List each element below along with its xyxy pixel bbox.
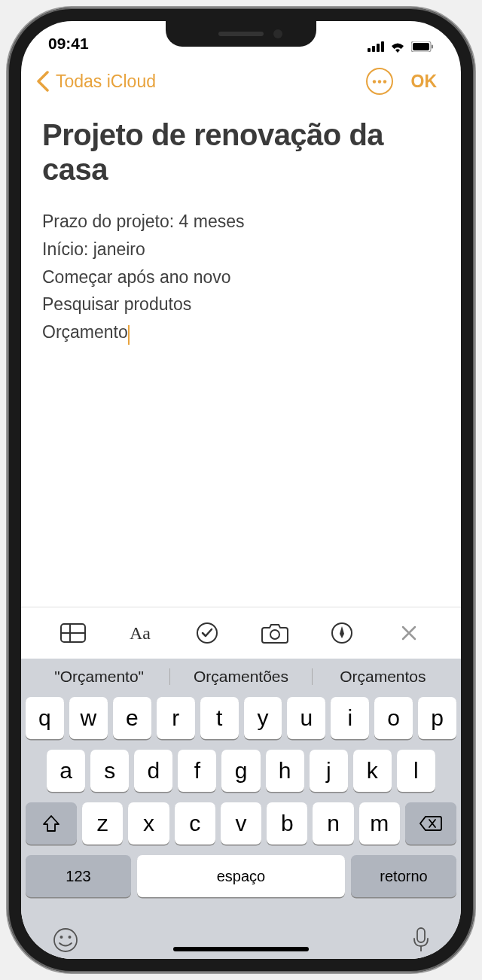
suggestion[interactable]: Orçamentões: [170, 665, 311, 689]
key-i[interactable]: i: [331, 697, 369, 739]
key-v[interactable]: v: [221, 802, 261, 845]
key-j[interactable]: j: [310, 750, 348, 792]
key-w[interactable]: w: [69, 697, 108, 739]
key-g[interactable]: g: [221, 750, 260, 792]
note-line[interactable]: Pesquisar produtos: [42, 291, 440, 318]
home-indicator[interactable]: [173, 947, 309, 951]
svg-point-9: [383, 80, 386, 83]
cellular-icon: [368, 41, 384, 52]
key-a[interactable]: a: [47, 750, 85, 792]
checklist-button[interactable]: [192, 618, 222, 648]
note-body[interactable]: Prazo do projeto: 4 meses Início: janeir…: [42, 208, 440, 346]
emoji-button[interactable]: [53, 927, 78, 953]
key-o[interactable]: o: [374, 697, 413, 739]
svg-rect-6: [432, 45, 433, 49]
key-l[interactable]: l: [397, 750, 435, 792]
pen-circle-icon: [331, 622, 353, 644]
speaker: [218, 32, 264, 36]
key-f[interactable]: f: [178, 750, 216, 792]
note-line[interactable]: Orçamento: [42, 318, 440, 346]
key-x[interactable]: x: [128, 802, 169, 845]
key-q[interactable]: q: [26, 697, 64, 739]
battery-icon: [411, 41, 434, 52]
key-m[interactable]: m: [359, 802, 400, 845]
svg-point-14: [270, 630, 279, 639]
shift-icon: [42, 814, 60, 832]
key-rows: q w e r t y u i o p a s d f g h: [21, 693, 461, 914]
suggestion-bar: "Orçamento" Orçamentões Orçamentos: [21, 659, 461, 693]
key-s[interactable]: s: [90, 750, 129, 792]
key-k[interactable]: k: [353, 750, 392, 792]
svg-point-16: [54, 929, 77, 951]
markup-button[interactable]: [327, 618, 357, 648]
space-key[interactable]: espaço: [137, 855, 345, 897]
table-button[interactable]: [58, 618, 88, 648]
note-title[interactable]: Projeto de renovação da casa: [42, 117, 440, 187]
key-n[interactable]: n: [313, 802, 353, 845]
return-key[interactable]: retorno: [351, 855, 456, 897]
camera-icon: [261, 622, 288, 644]
backspace-key[interactable]: [405, 802, 456, 845]
key-d[interactable]: d: [134, 750, 172, 792]
suggestion[interactable]: "Orçamento": [29, 665, 169, 689]
key-y[interactable]: y: [244, 697, 282, 739]
keyboard: Aa "Orçamento" Orçamentões Orçamentos q …: [21, 607, 461, 959]
more-button[interactable]: [366, 68, 393, 95]
note-line[interactable]: Início: janeiro: [42, 236, 440, 263]
svg-point-17: [60, 936, 63, 939]
keyboard-bottom-row: [21, 914, 461, 959]
svg-rect-5: [413, 43, 429, 50]
ellipsis-icon: [372, 80, 387, 84]
notch: [166, 21, 316, 47]
wifi-icon: [389, 41, 406, 53]
close-toolbar-button[interactable]: [394, 618, 424, 648]
suggestion[interactable]: Orçamentos: [313, 665, 453, 689]
note-line[interactable]: Prazo do projeto: 4 meses: [42, 208, 440, 236]
nav-bar: Todas iCloud OK: [21, 59, 461, 104]
note-content[interactable]: Projeto de renovação da casa Prazo do pr…: [21, 104, 461, 607]
key-row-4: 123 espaço retorno: [26, 855, 456, 897]
back-icon[interactable]: [36, 71, 50, 92]
key-e[interactable]: e: [113, 697, 151, 739]
text-format-button[interactable]: Aa: [125, 618, 155, 648]
camera-button[interactable]: [260, 618, 290, 648]
phone-frame: 09:41 Todas iCloud OK Projeto de renovaç…: [8, 8, 474, 972]
status-icons: [368, 35, 434, 59]
text-cursor: [128, 325, 130, 345]
numeric-key[interactable]: 123: [26, 855, 131, 897]
backspace-icon: [419, 815, 442, 832]
key-b[interactable]: b: [267, 802, 307, 845]
svg-point-18: [69, 936, 72, 939]
front-camera: [273, 29, 282, 38]
key-p[interactable]: p: [418, 697, 456, 739]
svg-rect-2: [377, 44, 380, 52]
svg-point-7: [372, 80, 375, 83]
checkmark-circle-icon: [196, 622, 218, 644]
key-u[interactable]: u: [287, 697, 325, 739]
status-time: 09:41: [48, 35, 89, 59]
key-c[interactable]: c: [175, 802, 215, 845]
emoji-icon: [53, 927, 78, 953]
key-row-2: a s d f g h j k l: [26, 750, 456, 792]
key-row-3: z x c v b n m: [26, 802, 456, 845]
svg-rect-19: [417, 928, 425, 942]
shift-key[interactable]: [26, 802, 77, 845]
close-icon: [401, 625, 417, 641]
key-h[interactable]: h: [266, 750, 304, 792]
note-line-text: Orçamento: [42, 322, 128, 342]
key-row-1: q w e r t y u i o p: [26, 697, 456, 739]
note-line[interactable]: Começar após ano novo: [42, 263, 440, 291]
key-z[interactable]: z: [82, 802, 123, 845]
text-format-icon: Aa: [130, 623, 151, 644]
microphone-icon: [413, 927, 429, 953]
table-icon: [60, 623, 86, 643]
screen: 09:41 Todas iCloud OK Projeto de renovaç…: [21, 21, 461, 959]
formatting-toolbar: Aa: [21, 607, 461, 659]
done-button[interactable]: OK: [411, 72, 438, 92]
back-button[interactable]: Todas iCloud: [56, 72, 360, 92]
svg-point-8: [377, 80, 380, 83]
dictation-button[interactable]: [413, 927, 429, 953]
key-r[interactable]: r: [157, 697, 195, 739]
svg-rect-3: [381, 41, 384, 52]
key-t[interactable]: t: [200, 697, 239, 739]
